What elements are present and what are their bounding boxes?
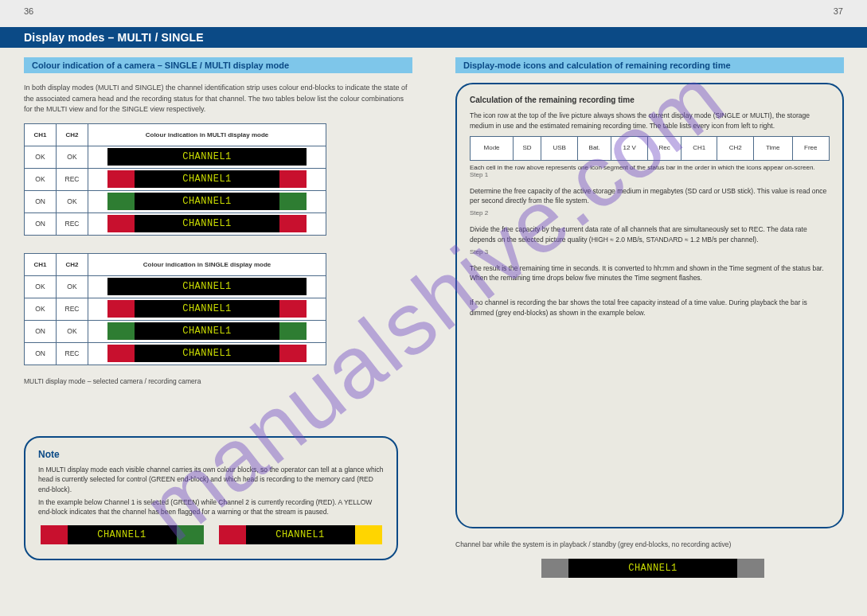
status-end-black (279, 148, 307, 166)
channel-label: CHANNEL1 (135, 322, 279, 340)
icon-cell: CH2 (717, 136, 753, 160)
icon-cell: Free (792, 136, 829, 160)
status-end-gray (737, 559, 764, 578)
page-number-left: 36 (24, 6, 33, 16)
channel-label: CHANNEL1 (568, 559, 737, 578)
table-row: OK REC CHANNEL1 (25, 168, 326, 190)
example-strip-2: CHANNEL1 (219, 525, 382, 544)
icon-cell: Mode (471, 136, 514, 160)
status-end-gray (541, 559, 568, 578)
step-label-1: Step 1 (470, 171, 830, 178)
table-row: ON REC CHANNEL1 (25, 212, 326, 235)
status-end-red (41, 525, 68, 544)
table-row: ON REC CHANNEL1 (25, 342, 326, 365)
status-end-black (107, 148, 135, 166)
right-section-header: Display-mode icons and calculation of re… (455, 57, 844, 73)
table-row: OK OK CHANNEL1 (25, 275, 326, 298)
chapter-header-bar: Display modes – MULTI / SINGLE (0, 27, 867, 48)
status-end-yellow (355, 525, 382, 544)
right-intro: The icon row at the top of the live pict… (470, 111, 830, 131)
status-end-black (107, 278, 135, 295)
th-ch2: CH2 (57, 123, 88, 146)
icon-row-table: Mode SD USB Bat. 12 V Rec CH1 CH2 Time F… (470, 136, 830, 161)
table-multi-mode: CH1 CH2 Colour indication in MULTI displ… (24, 123, 326, 236)
status-end-red (107, 215, 135, 232)
th-ch2: CH2 (57, 253, 88, 275)
channel-label: CHANNEL1 (135, 345, 279, 362)
status-end-red (279, 300, 307, 318)
status-end-green (107, 193, 135, 210)
table-row: OK OK CHANNEL1 (25, 146, 326, 168)
bottom-standby-strip: CHANNEL1 (541, 559, 764, 578)
calc-closing: If no channel is recording the bar shows… (470, 298, 830, 318)
icon-cell: Bat. (578, 136, 611, 160)
icon-cell: USB (541, 136, 577, 160)
status-end-red (107, 170, 135, 188)
calc-table-note: Each cell in the row above represents on… (470, 164, 830, 171)
step-1: Determine the free capacity of the activ… (470, 186, 830, 207)
step-2: Divide the free capacity by the current … (470, 224, 830, 245)
bottom-caption: Channel bar while the system is in playb… (455, 540, 844, 550)
table-row: ON OK CHANNEL1 (25, 320, 326, 342)
channel-label: CHANNEL1 (246, 525, 355, 544)
channel-label: CHANNEL1 (135, 148, 279, 166)
step-label-2: Step 2 (470, 209, 830, 216)
status-end-red (219, 525, 246, 544)
channel-label: CHANNEL1 (135, 300, 279, 318)
status-end-red (279, 345, 307, 362)
table-row: ON OK CHANNEL1 (25, 190, 326, 212)
intro-paragraph: In both display modes (MULTI and SINGLE)… (24, 83, 412, 115)
step-label-3: Step 3 (470, 248, 830, 255)
status-end-red (107, 300, 135, 318)
icon-cell: SD (514, 136, 541, 160)
icon-cell: Rec (648, 136, 681, 160)
note-box: Note In MULTI display mode each visible … (24, 436, 398, 560)
table-single-mode: CH1 CH2 Colour indication in SINGLE disp… (24, 253, 326, 365)
page-number-right: 37 (834, 6, 843, 16)
icon-cell: Time (753, 136, 792, 160)
table-row: OK REC CHANNEL1 (25, 298, 326, 320)
th-indication: Colour indication in MULTI display mode (88, 123, 326, 146)
channel-label: CHANNEL1 (135, 278, 279, 295)
calc-heading: Calculation of the remaining recording t… (470, 96, 830, 104)
th-ch1: CH1 (25, 123, 57, 146)
channel-label: CHANNEL1 (135, 193, 279, 210)
calculation-box: Calculation of the remaining recording t… (455, 83, 844, 528)
step-3: The result is the remaining time in seco… (470, 263, 830, 284)
th-ch1: CH1 (25, 253, 57, 275)
multi-note-paragraph: MULTI display mode – selected camera / r… (24, 376, 412, 387)
icon-cell: CH1 (681, 136, 717, 160)
left-section-header: Colour indication of a camera – SINGLE /… (24, 57, 412, 73)
status-end-red (279, 170, 307, 188)
th-indication-single: Colour indication in SINGLE display mode (88, 253, 326, 275)
status-end-green (279, 193, 307, 210)
example-strip-1: CHANNEL1 (41, 525, 204, 544)
channel-label: CHANNEL1 (68, 525, 177, 544)
chapter-title: Display modes – MULTI / SINGLE (0, 27, 867, 48)
note-text-2: In the example below Channel 1 is select… (38, 497, 384, 517)
note-text-1: In MULTI display mode each visible chann… (38, 465, 384, 494)
channel-label: CHANNEL1 (135, 215, 279, 232)
status-end-red (279, 215, 307, 232)
channel-label: CHANNEL1 (135, 170, 279, 188)
note-title: Note (38, 449, 384, 460)
status-end-black (279, 278, 307, 295)
status-end-green (177, 525, 204, 544)
status-end-green (107, 322, 135, 340)
icon-cell: 12 V (611, 136, 647, 160)
status-end-green (279, 322, 307, 340)
status-end-red (107, 345, 135, 362)
